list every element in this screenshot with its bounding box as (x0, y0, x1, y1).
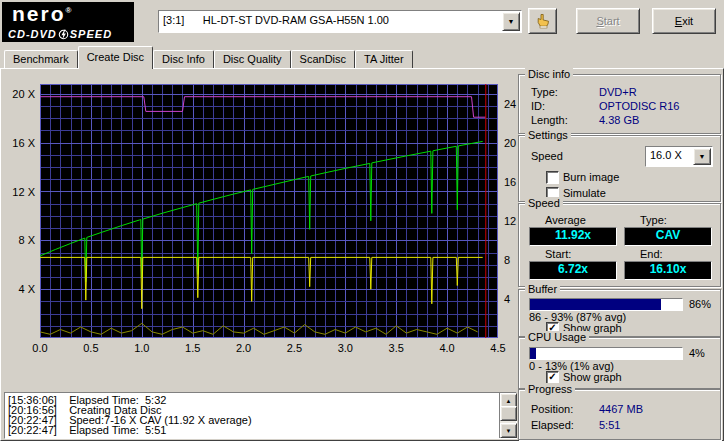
log-scrollbar[interactable]: ▲ ▼ (499, 393, 516, 438)
panel-disc-info-title: Disc info (525, 68, 573, 80)
start-speed-value: 6.72x (529, 261, 617, 280)
disc-id-value: OPTODISC R16 (599, 100, 680, 112)
svg-text:1.0: 1.0 (134, 342, 149, 354)
average-speed-text: 11.92x (555, 228, 591, 242)
svg-text:3.5: 3.5 (389, 342, 404, 354)
chevron-down-icon: ▼ (508, 18, 515, 25)
svg-text:3.0: 3.0 (338, 342, 353, 354)
svg-text:0.5: 0.5 (83, 342, 98, 354)
position-value: 4467 MB (599, 403, 643, 415)
svg-text:2.5: 2.5 (287, 342, 302, 354)
speed-type-label: Type: (640, 214, 667, 226)
product-name-right: SPEED (70, 28, 112, 40)
log-lines: [15:36:06] Elapsed Time: 5:32 [20:16:56]… (8, 395, 498, 437)
panel-settings-title: Settings (525, 129, 571, 141)
panel-buffer: Buffer 86% 86 - 93% (87% avg) ✓ Show gra… (518, 289, 721, 337)
average-speed-label: Average (545, 214, 586, 226)
drive-select[interactable]: [3:1] HL-DT-ST DVD-RAM GSA-H55N 1.00 ▼ (158, 10, 522, 33)
disc-length-label: Length: (531, 114, 568, 126)
start-speed-text: 6.72x (558, 262, 588, 276)
lightning-icon (58, 29, 69, 40)
panel-disc-info: Disc info Type: DVD+R ID: OPTODISC R16 L… (518, 74, 721, 134)
buffer-percent: 86% (689, 298, 711, 310)
tab-scandisc[interactable]: ScanDisc (291, 50, 355, 68)
disc-type-label: Type: (531, 86, 558, 98)
svg-text:4.0: 4.0 (439, 342, 454, 354)
end-speed-label: End: (640, 248, 663, 260)
checkmark-icon: ✓ (547, 372, 558, 382)
speed-type-text: CAV (656, 228, 680, 242)
panel-speed-title: Speed (525, 197, 563, 209)
svg-text:16: 16 (504, 176, 516, 188)
disc-id-label: ID: (531, 100, 545, 112)
tab-disc-quality[interactable]: Disc Quality (214, 50, 291, 68)
nero-logo: nero® CD-DVD SPEED (2, 2, 134, 42)
panel-progress-title: Progress (525, 383, 575, 395)
svg-text:20 X: 20 X (12, 88, 35, 100)
scrollbar-thumb[interactable] (500, 406, 517, 421)
chevron-up-icon: ▲ (506, 398, 512, 404)
elapsed-label: Elapsed: (531, 419, 574, 431)
panel-speed: Speed Average Type: 11.92x CAV Start: En… (518, 203, 721, 287)
nero-cd-dvd-speed-window: nero® CD-DVD SPEED [3:1] HL-DT-ST DVD-RA… (0, 0, 724, 441)
end-speed-value: 16.10x (624, 261, 712, 280)
cpu-show-graph-label: Show graph (563, 371, 622, 383)
product-name: CD-DVD SPEED (8, 28, 112, 40)
svg-text:4 X: 4 X (18, 283, 35, 295)
buffer-progress-bar (529, 298, 683, 311)
start-button-label: Start (596, 15, 619, 27)
tab-bar: Benchmark Create Disc Disc Info Disc Qua… (4, 46, 413, 68)
tab-ta-jitter[interactable]: TA Jitter (355, 50, 413, 68)
svg-text:20: 20 (504, 137, 516, 149)
panel-progress: Progress Position: 4467 MB Elapsed: 5:51 (518, 389, 721, 440)
tab-create-disc[interactable]: Create Disc (78, 46, 153, 69)
svg-text:8: 8 (504, 254, 510, 266)
scrollbar-down-button[interactable]: ▼ (500, 423, 517, 438)
cpu-percent: 4% (689, 347, 705, 359)
product-name-left: CD-DVD (8, 28, 57, 40)
tab-benchmark[interactable]: Benchmark (4, 50, 78, 68)
hand-icon (535, 13, 551, 29)
chevron-down-icon: ▼ (506, 428, 512, 434)
average-speed-value: 11.92x (529, 227, 617, 246)
nero-brand-text: nero® (12, 2, 71, 26)
log-entry: [20:22:47] Elapsed Time: 5:51 (8, 425, 498, 435)
start-button[interactable]: Start (576, 8, 640, 34)
checkbox-burn-image[interactable] (546, 171, 559, 184)
exit-button-label: Exit (675, 15, 693, 27)
svg-text:12: 12 (504, 215, 516, 227)
event-log[interactable]: [15:36:06] Elapsed Time: 5:32 [20:16:56]… (4, 392, 517, 439)
transfer-rate-chart: 20 X16 X12 X8 X4 X24201612840.00.51.01.5… (0, 72, 518, 364)
burn-image-label: Burn image (563, 171, 619, 183)
simulate-label: Simulate (563, 187, 606, 199)
drive-select-value: [3:1] HL-DT-ST DVD-RAM GSA-H55N 1.00 (163, 11, 503, 30)
drive-select-dropdown-button[interactable]: ▼ (502, 12, 520, 31)
exit-button[interactable]: Exit (652, 8, 716, 34)
start-speed-label: Start: (545, 248, 571, 260)
speed-select-dropdown-button[interactable]: ▼ (693, 148, 711, 165)
end-speed-text: 16.10x (650, 262, 687, 276)
svg-text:8 X: 8 X (18, 234, 35, 246)
speed-select-value: 16.0 X (650, 147, 694, 164)
svg-text:4.5: 4.5 (490, 342, 505, 354)
svg-text:0.0: 0.0 (32, 342, 47, 354)
svg-text:24: 24 (504, 98, 516, 110)
registered-mark: ® (66, 6, 72, 15)
speed-setting-label: Speed (531, 150, 563, 162)
panel-settings: Settings Speed 16.0 X ▼ Burn image Simul… (518, 135, 721, 202)
speed-select[interactable]: 16.0 X ▼ (645, 146, 713, 167)
speed-type-value: CAV (624, 227, 712, 246)
svg-text:2.0: 2.0 (236, 342, 251, 354)
chevron-down-icon: ▼ (699, 153, 706, 160)
tab-disc-info[interactable]: Disc Info (153, 50, 214, 68)
hand-pointer-button[interactable] (528, 8, 557, 34)
elapsed-value: 5:51 (599, 419, 620, 431)
svg-text:12 X: 12 X (12, 186, 35, 198)
brand-word: nero (12, 2, 66, 25)
disc-type-value: DVD+R (599, 86, 637, 98)
panel-buffer-title: Buffer (525, 283, 560, 295)
svg-text:4: 4 (504, 293, 510, 305)
svg-text:16 X: 16 X (12, 137, 35, 149)
cpu-progress-fill (530, 348, 536, 359)
position-label: Position: (531, 403, 573, 415)
